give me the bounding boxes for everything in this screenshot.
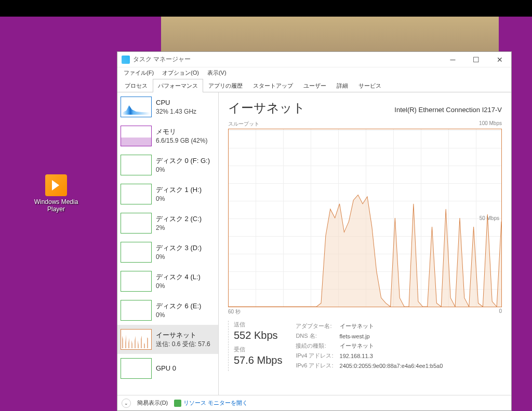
sidebar-item-sub: 送信: 0.6 受信: 57.6 [156, 340, 210, 348]
collapse-icon[interactable]: ⌄ [122, 399, 131, 408]
sidebar-item[interactable]: ディスク 4 (L:)0% [117, 267, 218, 296]
sidebar-item[interactable]: CPU32% 1.43 GHz [117, 92, 218, 121]
sidebar-item-name: ディスク 4 (L:) [156, 272, 201, 282]
sidebar-item-sub: 0% [156, 253, 202, 261]
sidebar-thumb [121, 300, 152, 321]
sidebar-item-name: ディスク 0 (F: G:) [156, 156, 210, 166]
menu-item[interactable]: オプション(O) [158, 67, 203, 79]
stats-send-recv: 送信 552 Kbps 受信 57.6 Mbps [228, 321, 282, 371]
detail-title: イーサネット [228, 100, 305, 116]
sidebar-item-name: ディスク 3 (D:) [156, 243, 202, 253]
tab-6[interactable]: サービス [353, 79, 387, 92]
sidebar-item-sub: 0% [156, 195, 202, 203]
sidebar-thumb [121, 358, 152, 379]
prop-row: DNS 名:flets-west.jp [296, 332, 448, 340]
titlebar[interactable]: タスク マネージャー ─ ☐ ✕ [117, 52, 511, 67]
chart-x-right: 0 [499, 308, 502, 316]
sidebar-item-sub: 0% [156, 166, 210, 174]
sidebar-thumb [121, 213, 152, 234]
tab-1[interactable]: パフォーマンス [153, 79, 203, 92]
sidebar-item-sub: 32% 1.43 GHz [156, 107, 196, 116]
prop-row: IPv6 アドレス:2405:0:2055:9e00:88a7:e4a6:4ee… [296, 361, 448, 370]
maximize-button[interactable]: ☐ [464, 52, 488, 67]
resource-monitor-icon [174, 400, 181, 407]
recv-value: 57.6 Mbps [234, 354, 282, 366]
sidebar-item-sub: 6.6/15.9 GB (42%) [156, 136, 207, 145]
sidebar-item[interactable]: ディスク 2 (C:)2% [117, 209, 218, 238]
sidebar-item-name: ディスク 2 (C:) [156, 214, 202, 224]
footer: ⌄ 簡易表示(D) リソース モニターを開く [117, 395, 511, 410]
sidebar-item-name: イーサネット [156, 331, 210, 340]
sidebar-item[interactable]: ディスク 1 (H:)0% [117, 180, 218, 209]
sidebar-item-sub: 2% [156, 224, 202, 232]
throughput-chart: 50 Mbps [228, 129, 502, 307]
resource-monitor-link[interactable]: リソース モニターを開く [174, 399, 248, 407]
desktop-icon-label: Windows Media Player [32, 198, 80, 213]
sidebar-thumb [121, 155, 152, 175]
tab-2[interactable]: アプリの履歴 [203, 79, 248, 92]
sidebar-thumb [121, 97, 152, 117]
prop-row: アダプター名:イーサネット [296, 322, 448, 331]
sidebar-item-name: CPU [156, 98, 196, 107]
adapter-device: Intel(R) Ethernet Connection I217-V [394, 106, 502, 114]
sidebar-item[interactable]: イーサネット送信: 0.6 受信: 57.6 [117, 325, 218, 354]
menu-item[interactable]: 表示(V) [203, 67, 231, 79]
recv-label: 受信 [234, 346, 282, 353]
sidebar-item[interactable]: メモリ6.6/15.9 GB (42%) [117, 121, 218, 150]
app-icon [122, 56, 130, 64]
sidebar-item-name: メモリ [156, 127, 207, 136]
tab-0[interactable]: プロセス [119, 79, 153, 92]
sidebar-item-name: ディスク 6 (E:) [156, 302, 201, 311]
sidebar-thumb [121, 184, 152, 204]
sidebar-item-name: GPU 0 [156, 364, 176, 373]
menu-item[interactable]: ファイル(F) [119, 67, 158, 79]
chart-x-left: 60 秒 [228, 308, 241, 316]
close-button[interactable]: ✕ [488, 52, 511, 67]
sidebar-item-name: ディスク 1 (H:) [156, 185, 202, 195]
sidebar[interactable]: CPU32% 1.43 GHzメモリ6.6/15.9 GB (42%)ディスク … [117, 92, 219, 395]
send-value: 552 Kbps [234, 330, 282, 341]
chart-y-max: 100 Mbps [479, 120, 502, 128]
sidebar-thumb [121, 242, 152, 263]
tab-5[interactable]: 詳細 [331, 79, 353, 92]
wmp-icon [45, 174, 67, 196]
tab-3[interactable]: スタートアップ [248, 79, 298, 92]
window-title: タスク マネージャー [133, 55, 191, 64]
sidebar-item[interactable]: ディスク 0 (F: G:)0% [117, 150, 218, 180]
send-label: 送信 [234, 321, 282, 328]
menubar: ファイル(F)オプション(O)表示(V) [117, 67, 511, 79]
desktop-icon-wmp[interactable]: Windows Media Player [32, 174, 80, 213]
sidebar-thumb [121, 329, 152, 350]
sidebar-item-sub: 0% [156, 282, 201, 290]
sidebar-item[interactable]: ディスク 6 (E:)0% [117, 296, 218, 325]
brief-view-button[interactable]: 簡易表示(D) [137, 399, 168, 407]
sidebar-thumb [121, 271, 152, 292]
sidebar-item[interactable]: ディスク 3 (D:)0% [117, 238, 218, 267]
adapter-properties: アダプター名:イーサネットDNS 名:flets-west.jp接続の種類:イー… [295, 321, 449, 371]
detail-pane: イーサネット Intel(R) Ethernet Connection I217… [219, 92, 511, 395]
prop-row: IPv4 アドレス:192.168.11.3 [296, 351, 448, 360]
minimize-button[interactable]: ─ [441, 52, 464, 67]
chart-y-label: スループット [228, 120, 259, 128]
prop-row: 接続の種類:イーサネット [296, 341, 448, 350]
task-manager-window: タスク マネージャー ─ ☐ ✕ ファイル(F)オプション(O)表示(V) プロ… [117, 51, 512, 411]
sidebar-item[interactable]: GPU 0 [117, 354, 218, 383]
tabstrip: プロセスパフォーマンスアプリの履歴スタートアップユーザー詳細サービス [117, 79, 511, 92]
sidebar-item-sub: 0% [156, 311, 201, 319]
tab-4[interactable]: ユーザー [298, 79, 331, 92]
sidebar-thumb [121, 126, 152, 146]
screen-top-bar [0, 0, 532, 17]
